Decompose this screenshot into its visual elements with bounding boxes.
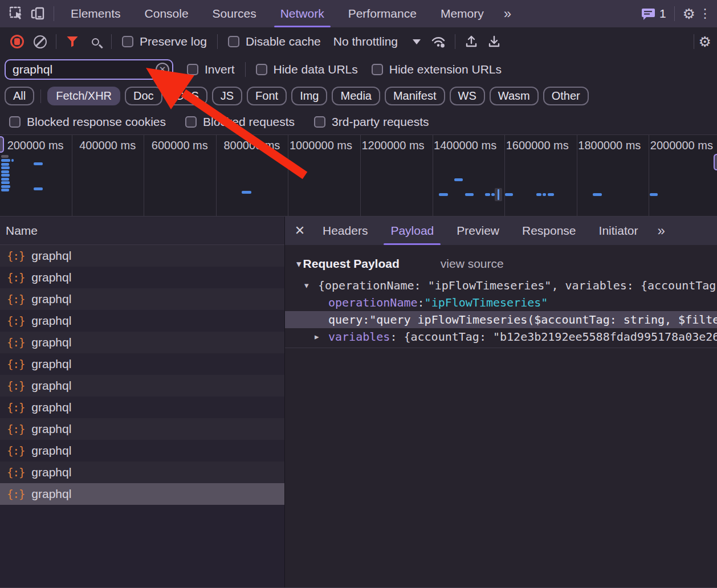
- request-name-label: graphql: [31, 292, 71, 306]
- filter-chip-wasm[interactable]: Wasm: [490, 87, 539, 105]
- detail-tab-initiator[interactable]: Initiator: [588, 217, 650, 245]
- request-row[interactable]: {:}graphql: [0, 440, 284, 462]
- timeline-selection-marker: [495, 188, 502, 201]
- request-row[interactable]: {:}graphql: [0, 245, 284, 267]
- filter-chip-other[interactable]: Other: [543, 87, 589, 105]
- preserve-log-checkbox[interactable]: Preserve log: [122, 35, 207, 48]
- throttling-select[interactable]: No throttling: [333, 35, 421, 48]
- checkbox-box[interactable]: [122, 36, 133, 47]
- payload-line[interactable]: query: "query ipFlowTimeseries($accountT…: [285, 311, 717, 328]
- checkbox-box[interactable]: [314, 116, 325, 128]
- detail-tab-response[interactable]: Response: [511, 217, 588, 245]
- request-row[interactable]: {:}graphql: [0, 483, 284, 505]
- checkbox-box[interactable]: [372, 64, 383, 75]
- request-row[interactable]: {:}graphql: [0, 462, 284, 483]
- tab-network[interactable]: Network: [268, 0, 336, 27]
- invert-label: Invert: [205, 63, 235, 76]
- payload-line[interactable]: operationName: "ipFlowTimeseries": [285, 294, 717, 311]
- message-bubble-icon: [641, 7, 655, 21]
- hide-data-urls-checkbox[interactable]: Hide data URLs: [256, 63, 358, 76]
- payload-segment-key: variables: [328, 330, 390, 344]
- more-tabs-icon[interactable]: »: [496, 6, 518, 22]
- detail-tab-preview[interactable]: Preview: [445, 217, 511, 245]
- inspect-element-icon[interactable]: [6, 3, 27, 24]
- export-har-icon[interactable]: [483, 30, 506, 53]
- filter-chip-doc[interactable]: Doc: [125, 87, 162, 105]
- payload-line[interactable]: ▸variables: {accountTag: "b12e3b2192ee55…: [285, 328, 717, 345]
- filter-chip-media[interactable]: Media: [332, 87, 380, 105]
- view-source-link[interactable]: view source: [441, 257, 504, 271]
- filter-chip-fetch-xhr[interactable]: Fetch/XHR: [47, 87, 120, 105]
- checkbox-box[interactable]: [256, 64, 267, 75]
- 3rd-party-requests-checkbox[interactable]: 3rd-party requests: [314, 115, 429, 129]
- network-filter-input[interactable]: [5, 59, 173, 80]
- record-network-log-icon[interactable]: [6, 30, 28, 53]
- request-row[interactable]: {:}graphql: [0, 310, 284, 332]
- detail-tab-payload[interactable]: Payload: [379, 217, 445, 245]
- more-detail-tabs-icon[interactable]: »: [649, 223, 671, 239]
- detail-tab-headers[interactable]: Headers: [311, 217, 379, 245]
- request-row[interactable]: {:}graphql: [0, 332, 284, 353]
- network-conditions-icon[interactable]: [427, 30, 450, 53]
- settings-gear-icon[interactable]: ⚙: [683, 7, 695, 21]
- tab-elements[interactable]: Elements: [59, 0, 133, 27]
- filter-chip-manifest[interactable]: Manifest: [385, 87, 445, 105]
- expand-triangle-icon[interactable]: ▸: [315, 332, 328, 342]
- tab-memory[interactable]: Memory: [429, 0, 496, 27]
- filter-chip-img[interactable]: Img: [291, 87, 327, 105]
- divider: [694, 34, 694, 49]
- invert-checkbox[interactable]: Invert: [187, 63, 235, 76]
- clear-network-log-icon[interactable]: [28, 30, 51, 53]
- request-row[interactable]: {:}graphql: [0, 375, 284, 397]
- json-braces-icon: {:}: [7, 379, 25, 392]
- timeline-segments: 200000 ms400000 ms600000 ms800000 ms1000…: [0, 135, 717, 216]
- blocked-requests-checkbox[interactable]: Blocked requests: [185, 115, 295, 129]
- clear-filter-icon[interactable]: ✕: [156, 63, 169, 76]
- column-header-name[interactable]: Name: [0, 217, 284, 245]
- request-row[interactable]: {:}graphql: [0, 397, 284, 418]
- checkbox-box[interactable]: [185, 116, 197, 128]
- overview-window-grip-left[interactable]: [0, 136, 4, 153]
- filter-chip-js[interactable]: JS: [212, 87, 242, 105]
- preserve-log-label: Preserve log: [140, 35, 207, 48]
- payload-line[interactable]: ▾{operationName: "ipFlowTimeseries", var…: [285, 277, 717, 294]
- payload-segment-plain: {operationName: "ipFlowTimeseries", vari…: [318, 279, 716, 292]
- import-har-icon[interactable]: [460, 30, 483, 53]
- issues-counter[interactable]: 1: [641, 7, 666, 21]
- payload-segment-bright: "query ipFlowTimeseries($accountTag: str…: [369, 313, 717, 326]
- blocked-response-cookies-checkbox[interactable]: Blocked response cookies: [9, 115, 166, 129]
- timeline-tick: 1800000 ms: [577, 135, 650, 216]
- filter-chip-css[interactable]: CSS: [167, 87, 207, 105]
- expand-triangle-icon[interactable]: ▾: [304, 280, 318, 291]
- tab-sources[interactable]: Sources: [201, 0, 268, 27]
- request-type-filter-chips: AllFetch/XHRDocCSSJSFontImgMediaManifest…: [0, 83, 717, 109]
- request-row[interactable]: {:}graphql: [0, 288, 284, 310]
- kebab-menu-icon[interactable]: ⋮: [699, 7, 711, 20]
- request-row[interactable]: {:}graphql: [0, 418, 284, 440]
- hide-extension-urls-checkbox[interactable]: Hide extension URLs: [372, 63, 502, 76]
- filter-chip-all[interactable]: All: [5, 87, 34, 105]
- request-name-label: graphql: [31, 336, 71, 349]
- network-overview-timeline[interactable]: 200000 ms400000 ms600000 ms800000 ms1000…: [0, 135, 717, 217]
- checkbox-box[interactable]: [9, 116, 21, 128]
- disable-cache-checkbox[interactable]: Disable cache: [228, 35, 321, 48]
- filter-chip-font[interactable]: Font: [247, 87, 287, 105]
- tab-console[interactable]: Console: [133, 0, 201, 27]
- search-icon[interactable]: [84, 30, 107, 53]
- overview-window-grip-right[interactable]: [714, 154, 717, 170]
- request-timing-bar: [34, 187, 43, 190]
- checkbox-box[interactable]: [228, 36, 239, 47]
- payload-segment-string: "ipFlowTimeseries": [425, 296, 548, 309]
- json-braces-icon: {:}: [7, 444, 25, 457]
- device-toolbar-icon[interactable]: [27, 3, 49, 24]
- checkbox-box[interactable]: [187, 64, 198, 75]
- filter-chip-ws[interactable]: WS: [450, 87, 485, 105]
- blocked-requests-label: Blocked requests: [203, 115, 295, 129]
- collapse-triangle-icon[interactable]: ▾: [296, 258, 302, 270]
- request-row[interactable]: {:}graphql: [0, 353, 284, 375]
- network-settings-gear-icon[interactable]: ⚙: [699, 35, 711, 49]
- close-detail-icon[interactable]: ✕: [288, 219, 311, 242]
- filter-funnel-icon[interactable]: [61, 30, 84, 53]
- request-row[interactable]: {:}graphql: [0, 267, 284, 288]
- tab-performance[interactable]: Performance: [336, 0, 429, 27]
